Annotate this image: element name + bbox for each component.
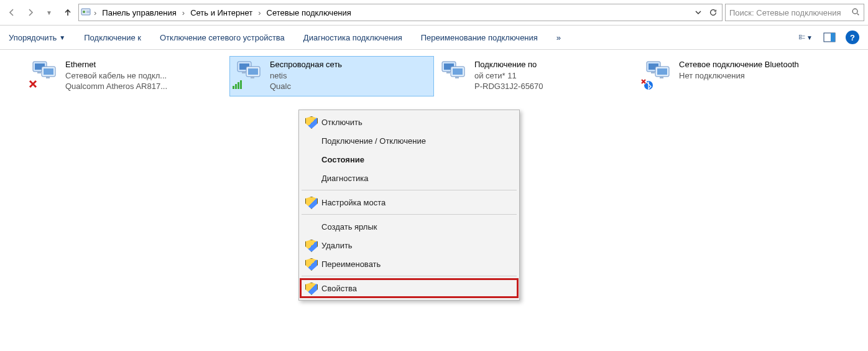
context-menu-item[interactable]: Свойства <box>300 279 518 297</box>
svg-rect-11 <box>44 68 53 75</box>
context-menu-item[interactable]: Подключение / Отключение <box>300 131 518 150</box>
svg-rect-21 <box>233 86 234 89</box>
svg-rect-23 <box>238 82 239 89</box>
connection-device: P-RDG31J2-65670 <box>474 81 543 92</box>
network-adapter-icon <box>643 59 674 89</box>
preview-pane-button[interactable] <box>822 30 837 45</box>
search-input[interactable]: Поиск: Сетевые подключения <box>725 4 864 21</box>
svg-rect-30 <box>455 77 459 78</box>
context-menu-item[interactable]: Диагностика <box>300 169 518 187</box>
svg-rect-5 <box>800 38 801 39</box>
error-overlay-icon <box>27 78 39 90</box>
context-menu-item[interactable]: Настройка моста <box>300 193 518 212</box>
menu-separator <box>302 190 517 190</box>
chevron-right-icon: › <box>181 8 186 17</box>
toolbar-disable-device[interactable]: Отключение сетевого устройства <box>160 33 285 42</box>
connection-status: Нет подключения <box>679 70 799 82</box>
breadcrumb[interactable]: Сеть и Интернет <box>187 7 256 19</box>
nav-back-button[interactable] <box>4 4 20 21</box>
search-icon <box>851 7 860 18</box>
context-menu-item[interactable]: Удалить <box>300 236 518 255</box>
organize-menu[interactable]: Упорядочить ▼ <box>9 33 65 42</box>
breadcrumb[interactable]: Сетевые подключения <box>264 7 354 19</box>
connection-status: netis <box>270 70 342 82</box>
toolbar: Упорядочить ▼ Подключение к Отключение с… <box>0 26 868 50</box>
signal-overlay-icon <box>231 78 244 90</box>
connection-item[interactable]: Беспроводная сеть netis Qualc <box>229 56 434 96</box>
refresh-button[interactable] <box>706 5 721 20</box>
toolbar-rename[interactable]: Переименование подключения <box>421 33 538 42</box>
svg-rect-36 <box>660 77 663 78</box>
context-menu-item[interactable]: Состояние <box>300 150 518 169</box>
svg-rect-4 <box>800 35 801 37</box>
connection-title: Ethernet <box>65 59 167 70</box>
control-panel-icon <box>80 7 91 18</box>
help-button[interactable]: ? <box>846 30 859 44</box>
recent-locations-button[interactable]: ▼ <box>41 4 57 21</box>
network-adapter-icon <box>438 59 469 89</box>
context-menu-item[interactable]: Отключить <box>300 113 518 131</box>
view-options-button[interactable]: ▼ <box>798 30 813 45</box>
connection-item[interactable]: Сетевое подключение Bluetooth Нет подклю… <box>639 56 843 96</box>
chevron-right-icon: › <box>257 8 262 17</box>
svg-rect-7 <box>831 33 835 42</box>
address-box[interactable]: › Панель управления › Сеть и Интернет › … <box>78 4 723 21</box>
chevron-down-icon: ▼ <box>59 34 65 41</box>
address-history-button[interactable] <box>691 5 706 20</box>
svg-rect-34 <box>657 68 667 75</box>
connection-device: Qualc <box>270 81 342 92</box>
svg-rect-28 <box>453 68 463 75</box>
connections-view: Ethernet Сетевой кабель не подкл... Qual… <box>0 50 868 103</box>
svg-rect-35 <box>651 72 655 73</box>
bt-error-overlay-icon <box>640 78 653 90</box>
svg-rect-22 <box>235 84 237 89</box>
connection-title: Сетевое подключение Bluetooth <box>679 59 799 70</box>
toolbar-diagnose[interactable]: Диагностика подключения <box>303 33 402 42</box>
search-placeholder: Поиск: Сетевые подключения <box>729 8 847 17</box>
context-menu-item[interactable]: Переименовать <box>300 255 518 273</box>
context-menu-item[interactable]: Создать ярлык <box>300 217 518 236</box>
svg-rect-24 <box>240 80 242 89</box>
chevron-right-icon: › <box>93 8 98 17</box>
svg-point-3 <box>852 9 857 14</box>
nav-forward-button[interactable] <box>22 4 39 21</box>
menu-separator <box>302 214 517 215</box>
svg-rect-19 <box>242 72 246 73</box>
context-menu: ОтключитьПодключение / ОтключениеСостоян… <box>298 110 520 301</box>
nav-up-button[interactable] <box>60 4 76 21</box>
toolbar-overflow[interactable]: » <box>556 33 561 42</box>
connection-device: Qualcomm Atheros AR817... <box>65 81 167 92</box>
connection-status: ой сети* 11 <box>474 70 543 82</box>
network-adapter-icon <box>234 59 265 89</box>
breadcrumb[interactable]: Панель управления <box>99 7 179 19</box>
address-bar: ▼ › Панель управления › Сеть и Интернет … <box>0 0 868 26</box>
svg-rect-20 <box>251 77 254 78</box>
network-adapter-icon <box>29 59 60 89</box>
connection-item[interactable]: Подключение по ой сети* 11 P-RDG31J2-656… <box>434 56 639 96</box>
connection-title: Подключение по <box>474 59 543 70</box>
menu-separator <box>302 276 517 276</box>
connection-status: Сетевой кабель не подкл... <box>65 70 167 82</box>
toolbar-connect-to[interactable]: Подключение к <box>84 33 141 42</box>
connection-item[interactable]: Ethernet Сетевой кабель не подкл... Qual… <box>25 56 229 96</box>
svg-rect-29 <box>446 72 450 73</box>
svg-rect-13 <box>46 77 50 78</box>
connection-title: Беспроводная сеть <box>270 59 342 70</box>
svg-point-1 <box>83 11 85 13</box>
svg-rect-2 <box>86 11 90 13</box>
svg-rect-18 <box>248 68 258 75</box>
svg-rect-12 <box>37 72 41 73</box>
